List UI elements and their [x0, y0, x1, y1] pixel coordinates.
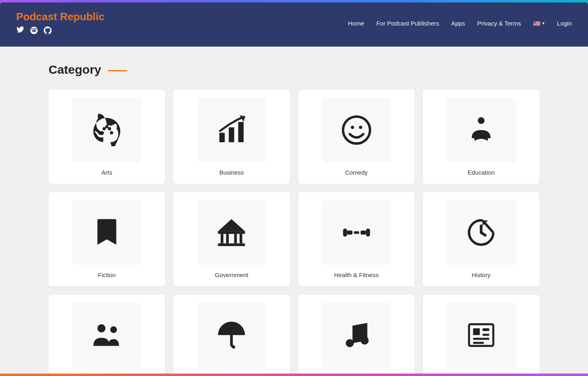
svg-point-33 — [110, 326, 117, 333]
category-card-music[interactable]: Music — [298, 295, 415, 376]
kids-icon — [91, 319, 123, 351]
music-label: Music — [348, 374, 364, 376]
category-card-education[interactable]: Education — [423, 90, 539, 184]
nav-publishers[interactable]: For Podcast Publishers — [376, 20, 439, 27]
svg-point-36 — [361, 336, 369, 344]
svg-rect-27 — [347, 231, 352, 235]
svg-rect-39 — [482, 328, 489, 331]
svg-point-14 — [343, 117, 370, 144]
svg-rect-42 — [473, 342, 484, 344]
fiction-icon-box — [72, 200, 141, 265]
kids-label: Kids & Family — [88, 374, 125, 376]
svg-point-16 — [359, 126, 362, 129]
comedy-label: Comedy — [345, 169, 368, 176]
history-label: History — [472, 271, 491, 278]
education-label: Education — [468, 169, 495, 176]
svg-rect-26 — [343, 229, 347, 237]
comedy-icon — [340, 114, 373, 146]
header-nav: Home For Podcast Publishers Apps Privacy… — [348, 20, 572, 27]
arts-icon-box — [72, 98, 141, 162]
comedy-icon-box — [322, 98, 391, 162]
category-card-leisure[interactable]: Leisure — [173, 295, 290, 376]
category-card-government[interactable]: Government — [173, 192, 290, 286]
svg-point-8 — [105, 125, 108, 128]
health-icon-box — [322, 200, 391, 265]
flag-icon: 🇺🇸 — [533, 20, 541, 27]
svg-rect-13 — [238, 122, 244, 142]
svg-rect-23 — [240, 234, 242, 243]
svg-rect-38 — [473, 328, 480, 335]
svg-rect-18 — [218, 244, 245, 246]
svg-rect-29 — [361, 231, 366, 235]
reddit-icon[interactable] — [30, 26, 38, 36]
svg-point-3 — [35, 30, 36, 31]
svg-point-6 — [100, 131, 104, 135]
government-icon-box — [197, 200, 266, 265]
svg-line-31 — [481, 233, 485, 235]
svg-rect-22 — [234, 234, 237, 243]
news-label: News — [473, 374, 489, 376]
history-icon — [465, 216, 497, 249]
category-card-kids[interactable]: Kids & Family — [49, 295, 165, 376]
music-icon-box — [322, 303, 391, 367]
category-card-arts[interactable]: Arts — [49, 90, 165, 184]
government-icon — [215, 216, 248, 249]
svg-point-9 — [108, 127, 111, 130]
category-grid: Arts Business — [49, 90, 539, 376]
palette-icon — [91, 114, 123, 146]
history-icon-box — [447, 200, 516, 265]
government-label: Government — [215, 271, 248, 278]
category-card-history[interactable]: History — [423, 192, 539, 286]
leisure-label: Leisure — [222, 374, 242, 376]
news-icon-box — [447, 303, 516, 367]
svg-point-32 — [98, 324, 106, 332]
header: Podcast Republic — [0, 0, 588, 47]
section-title: Category — [49, 63, 539, 77]
health-icon — [340, 216, 373, 249]
business-icon-box — [197, 98, 266, 162]
leisure-icon — [215, 319, 248, 351]
svg-point-35 — [346, 339, 354, 347]
category-card-fiction[interactable]: Fiction — [49, 192, 165, 286]
nav-home[interactable]: Home — [348, 20, 364, 27]
main-content: Category Arts — [0, 47, 588, 376]
title-underline — [108, 70, 127, 71]
leisure-icon-box — [197, 303, 266, 367]
category-card-business[interactable]: Business — [173, 90, 290, 184]
lang-selector[interactable]: 🇺🇸 ▾ — [533, 20, 545, 27]
nav-apps[interactable]: Apps — [451, 20, 465, 27]
category-title: Category — [49, 63, 101, 77]
arts-label: Arts — [102, 169, 113, 176]
svg-rect-20 — [221, 234, 224, 243]
news-icon — [465, 319, 497, 351]
category-card-news[interactable]: News — [423, 295, 539, 376]
svg-point-15 — [351, 126, 354, 129]
svg-rect-12 — [229, 127, 234, 142]
business-icon — [215, 114, 248, 146]
social-icons — [16, 26, 104, 36]
svg-rect-21 — [226, 234, 229, 243]
nav-privacy[interactable]: Privacy & Terms — [477, 20, 521, 27]
svg-point-1 — [32, 29, 36, 32]
health-label: Health & Fitness — [334, 271, 379, 278]
business-label: Business — [219, 169, 244, 176]
svg-rect-19 — [218, 231, 245, 234]
github-icon[interactable] — [44, 26, 52, 36]
svg-rect-41 — [473, 338, 489, 340]
education-icon-box — [447, 98, 516, 162]
twitter-icon[interactable] — [16, 26, 24, 36]
fiction-label: Fiction — [98, 271, 116, 278]
kids-icon-box — [72, 303, 141, 367]
category-card-health[interactable]: Health & Fitness — [298, 192, 415, 286]
nav-login[interactable]: Login — [557, 20, 572, 27]
lang-chevron: ▾ — [542, 21, 545, 26]
svg-rect-11 — [219, 133, 225, 142]
svg-rect-28 — [366, 229, 370, 237]
category-card-comedy[interactable]: Comedy — [298, 90, 415, 184]
svg-point-7 — [102, 127, 106, 130]
svg-rect-25 — [354, 231, 359, 234]
education-icon — [465, 114, 497, 146]
svg-point-2 — [33, 30, 34, 31]
brand-title[interactable]: Podcast Republic — [16, 11, 104, 23]
svg-rect-40 — [482, 334, 489, 336]
